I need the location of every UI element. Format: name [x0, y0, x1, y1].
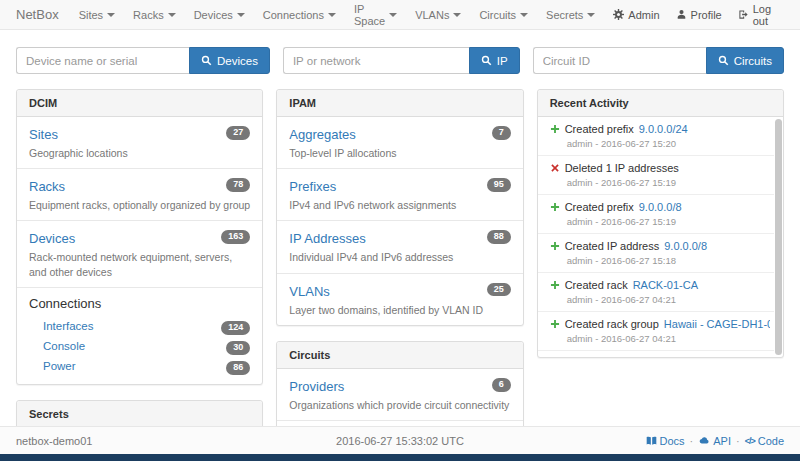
devices-desc: Rack-mounted network equipment, servers,…: [29, 250, 250, 278]
providers-link[interactable]: Providers: [289, 379, 344, 394]
activity-list: Created prefix9.0.0.0/24 admin - 2016-06…: [538, 117, 783, 357]
sites-link[interactable]: Sites: [29, 127, 58, 142]
list-item: 25 VLANs Layer two domains, identified b…: [277, 274, 522, 325]
activity-object-link[interactable]: RACK-01-CA: [633, 279, 698, 291]
devices-count-badge: 163: [221, 230, 250, 244]
nav-secrets-label: Secrets: [546, 9, 583, 21]
column-ipam: IPAM 7 Aggregates Top-level IP allocatio…: [276, 89, 523, 461]
vlans-link[interactable]: VLANs: [289, 284, 329, 299]
ip-search-button[interactable]: IP: [469, 47, 520, 74]
devices-link[interactable]: Devices: [29, 231, 75, 246]
code-label: Code: [758, 435, 784, 447]
logout-link[interactable]: Log out: [738, 3, 784, 27]
interfaces-count-badge: 124: [221, 321, 250, 335]
activity-action: Deleted 1 IP addresses: [565, 162, 679, 174]
aggregates-count-badge: 7: [492, 126, 511, 140]
book-icon: [646, 435, 657, 446]
admin-link[interactable]: Admin: [613, 9, 659, 21]
ip-addresses-link[interactable]: IP Addresses: [289, 231, 365, 246]
connections-console-row: 30 Console: [29, 336, 250, 356]
list-item: 27 Sites Geographic locations: [17, 117, 262, 169]
chevron-down-icon: [389, 13, 397, 17]
activity-action: Created prefix: [565, 201, 634, 213]
plus-icon: [550, 241, 560, 251]
nav-ip-space[interactable]: IP Space: [354, 3, 397, 27]
nav-ip-space-label: IP Space: [354, 3, 385, 27]
chevron-down-icon: [107, 13, 115, 17]
search-icon: [201, 55, 212, 66]
server-time: 2016-06-27 15:33:02 UTC: [272, 435, 528, 447]
connections-label: Connections: [29, 296, 250, 311]
providers-count-badge: 6: [492, 378, 511, 392]
panel-secrets-title: Secrets: [17, 401, 262, 428]
device-search-input[interactable]: [16, 47, 189, 74]
aggregates-link[interactable]: Aggregates: [289, 127, 356, 142]
device-search-button[interactable]: Devices: [189, 47, 270, 74]
activity-item: Created IP address9.0.0.0/8 admin - 2016…: [538, 234, 774, 273]
column-dcim: DCIM 27 Sites Geographic locations 78 Ra…: [16, 89, 263, 461]
activity-item: Deleted 1 IP addresses admin - 2016-06-2…: [538, 156, 774, 195]
nav-devices-label: Devices: [194, 9, 233, 21]
quick-search-row: Devices IP Circuits: [0, 47, 800, 74]
profile-label: Profile: [691, 9, 722, 21]
activity-item: Created prefix9.0.0.0/8 admin - 2016-06-…: [538, 195, 774, 234]
nav-vlans-label: VLANs: [415, 9, 449, 21]
profile-link[interactable]: Profile: [676, 9, 722, 21]
nav-circuits[interactable]: Circuits: [479, 9, 528, 21]
page-footer: netbox-demo01 2016-06-27 15:33:02 UTC Do…: [0, 426, 800, 454]
providers-desc: Organizations which provide circuit conn…: [289, 398, 510, 412]
circuit-search-input[interactable]: [533, 47, 706, 74]
circuit-search-button-label: Circuits: [734, 55, 772, 67]
activity-scrollbar[interactable]: [775, 119, 782, 355]
interfaces-link[interactable]: Interfaces: [43, 320, 94, 332]
console-link[interactable]: Console: [43, 340, 85, 352]
activity-item: Modified device typeDell PowerEdge R630 …: [538, 351, 774, 357]
activity-action: Created IP address: [565, 240, 660, 252]
activity-object-link[interactable]: 9.0.0.0/8: [639, 201, 682, 213]
activity-meta: admin - 2016-06-27 15:19: [567, 216, 770, 227]
docs-link[interactable]: Docs: [646, 435, 685, 447]
vlans-count-badge: 25: [487, 283, 511, 297]
nav-racks[interactable]: Racks: [133, 9, 176, 21]
nav-vlans[interactable]: VLANs: [415, 9, 461, 21]
activity-object-link[interactable]: 9.0.0.0/8: [664, 240, 707, 252]
admin-label: Admin: [628, 9, 659, 21]
ip-search-input[interactable]: [283, 47, 469, 74]
activity-object-link[interactable]: 9.0.0.0/24: [639, 123, 688, 135]
panel-activity-title: Recent Activity: [538, 90, 783, 117]
api-link[interactable]: API: [698, 435, 731, 447]
nav-devices[interactable]: Devices: [194, 9, 245, 21]
chevron-down-icon: [520, 13, 528, 17]
plus-icon: [550, 124, 560, 134]
bottom-accent-strip: [0, 454, 800, 461]
docs-label: Docs: [660, 435, 685, 447]
activity-item: Created rack groupHawaii - CAGE-DH1-01 a…: [538, 312, 774, 351]
app-brand[interactable]: NetBox: [16, 7, 59, 22]
racks-desc: Equipment racks, optionally organized by…: [29, 198, 250, 212]
aggregates-desc: Top-level IP allocations: [289, 146, 510, 160]
activity-meta: admin - 2016-06-27 15:19: [567, 177, 770, 188]
power-link[interactable]: Power: [43, 360, 76, 372]
delete-icon: [550, 163, 560, 173]
column-activity: Recent Activity Created prefix9.0.0.0/24…: [537, 89, 784, 373]
code-link[interactable]: </> Code: [745, 435, 784, 447]
activity-object-link[interactable]: Hawaii - CAGE-DH1-01: [664, 318, 770, 330]
panel-recent-activity: Recent Activity Created prefix9.0.0.0/24…: [537, 89, 784, 358]
ip-search-group: IP: [283, 47, 520, 74]
circuit-search-button[interactable]: Circuits: [706, 47, 784, 74]
list-item: 95 Prefixes IPv4 and IPv6 network assign…: [277, 169, 522, 221]
sites-count-badge: 27: [226, 126, 250, 140]
nav-racks-label: Racks: [133, 9, 164, 21]
nav-sites[interactable]: Sites: [79, 9, 115, 21]
footer-separator: ·: [736, 435, 740, 447]
activity-action: Created rack group: [565, 318, 659, 330]
nav-connections[interactable]: Connections: [263, 9, 336, 21]
prefixes-link[interactable]: Prefixes: [289, 179, 336, 194]
racks-link[interactable]: Racks: [29, 179, 65, 194]
nav-circuits-label: Circuits: [479, 9, 516, 21]
nav-secrets[interactable]: Secrets: [546, 9, 595, 21]
panel-circuits-title: Circuits: [277, 342, 522, 369]
panel-dcim: DCIM 27 Sites Geographic locations 78 Ra…: [16, 89, 263, 385]
ip-addresses-count-badge: 88: [487, 230, 511, 244]
hostname: netbox-demo01: [16, 435, 272, 447]
